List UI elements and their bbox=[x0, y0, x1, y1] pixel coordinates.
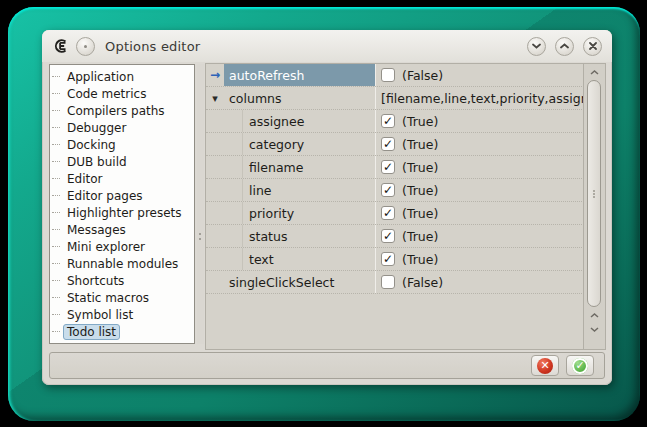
property-row-singleclickselect[interactable]: singleClickSelect (False) bbox=[206, 271, 584, 294]
window-controls bbox=[527, 37, 602, 56]
property-name[interactable]: text bbox=[242, 248, 375, 270]
sidebar-item-compilers-paths[interactable]: Compilers paths bbox=[50, 102, 194, 119]
scroll-down-button[interactable] bbox=[584, 322, 605, 336]
property-name[interactable]: line bbox=[242, 179, 375, 201]
row-gutter bbox=[206, 202, 224, 224]
property-name[interactable]: status bbox=[242, 225, 375, 247]
accept-button[interactable]: ✓ bbox=[566, 355, 594, 376]
sidebar-item-editor[interactable]: Editor bbox=[50, 170, 194, 187]
property-row-status[interactable]: status ✓ (True) bbox=[206, 225, 584, 248]
tree-line bbox=[52, 212, 60, 213]
category-tree: Application Code metrics Compilers paths… bbox=[49, 64, 195, 344]
scrollbar-thumb[interactable] bbox=[587, 80, 601, 307]
checkbox-checked[interactable]: ✓ bbox=[381, 160, 395, 174]
sidebar-item-editor-pages[interactable]: Editor pages bbox=[50, 187, 194, 204]
sidebar-item-highlighter-presets[interactable]: Highlighter presets bbox=[50, 204, 194, 221]
value-text: (True) bbox=[402, 160, 438, 175]
minimize-button[interactable] bbox=[527, 37, 546, 56]
property-row-filename[interactable]: filename ✓ (True) bbox=[206, 156, 584, 179]
value-text: (True) bbox=[402, 229, 438, 244]
property-value: (False) bbox=[375, 64, 584, 86]
sidebar-item-code-metrics[interactable]: Code metrics bbox=[50, 85, 194, 102]
value-text: (True) bbox=[402, 114, 438, 129]
close-icon bbox=[589, 42, 597, 50]
sidebar-item-shortcuts[interactable]: Shortcuts bbox=[50, 272, 194, 289]
tree-line bbox=[52, 195, 60, 196]
checkbox-checked[interactable]: ✓ bbox=[381, 229, 395, 243]
menu-dot-icon bbox=[84, 45, 87, 48]
value-text-editable[interactable]: [filename,line,text,priority,assigne bbox=[381, 91, 584, 106]
checkbox-unchecked[interactable] bbox=[381, 68, 395, 82]
property-name[interactable]: autoRefresh bbox=[224, 64, 375, 86]
checkbox-checked[interactable]: ✓ bbox=[381, 137, 395, 151]
maximize-button[interactable] bbox=[555, 37, 574, 56]
sidebar-item-symbol-list[interactable]: Symbol list bbox=[50, 306, 194, 323]
cancel-icon: ✕ bbox=[537, 358, 553, 374]
tree-line bbox=[52, 246, 60, 247]
collapse-chevron-icon[interactable]: ▾ bbox=[212, 92, 218, 105]
footer-bar: ✕ ✓ bbox=[49, 352, 605, 379]
checkbox-checked[interactable]: ✓ bbox=[381, 114, 395, 128]
close-button[interactable] bbox=[583, 37, 602, 56]
tree-line bbox=[52, 144, 60, 145]
tree-line bbox=[52, 93, 60, 94]
scroll-up-button-bottom[interactable] bbox=[584, 308, 605, 322]
property-name[interactable]: singleClickSelect bbox=[224, 271, 375, 293]
titlebar[interactable]: Options editor bbox=[42, 30, 612, 62]
property-row-category[interactable]: category ✓ (True) bbox=[206, 133, 584, 156]
sidebar-item-runnable-modules[interactable]: Runnable modules bbox=[50, 255, 194, 272]
property-name[interactable]: columns bbox=[224, 87, 375, 109]
property-row-text[interactable]: text ✓ (True) bbox=[206, 248, 584, 271]
options-editor-window: Options editor bbox=[42, 30, 612, 385]
sidebar-item-mini-explorer[interactable]: Mini explorer bbox=[50, 238, 194, 255]
property-row-priority[interactable]: priority ✓ (True) bbox=[206, 202, 584, 225]
row-gutter bbox=[206, 271, 224, 293]
property-row-autorefresh[interactable]: → autoRefresh (False) bbox=[206, 64, 584, 87]
tree-line bbox=[52, 229, 60, 230]
tree-line bbox=[52, 263, 60, 264]
checkbox-checked[interactable]: ✓ bbox=[381, 206, 395, 220]
current-row-arrow-icon: → bbox=[210, 68, 220, 82]
sidebar-item-messages[interactable]: Messages bbox=[50, 221, 194, 238]
window-title: Options editor bbox=[105, 39, 200, 54]
checkbox-checked[interactable]: ✓ bbox=[381, 252, 395, 266]
property-row-columns[interactable]: ▾ columns [filename,line,text,priority,a… bbox=[206, 87, 584, 110]
cancel-button[interactable]: ✕ bbox=[531, 355, 559, 376]
sidebar-item-static-macros[interactable]: Static macros bbox=[50, 289, 194, 306]
property-value: ✓ (True) bbox=[375, 156, 584, 178]
property-value: ✓ (True) bbox=[375, 110, 584, 132]
grid-vertical-scrollbar[interactable] bbox=[583, 64, 605, 349]
property-grid: → autoRefresh (False) ▾ columns [filenam… bbox=[205, 63, 606, 350]
chevron-up-icon bbox=[590, 313, 599, 318]
tree-line bbox=[52, 314, 60, 315]
property-name[interactable]: category bbox=[242, 133, 375, 155]
sidebar-item-debugger[interactable]: Debugger bbox=[50, 119, 194, 136]
sidebar-item-docking[interactable]: Docking bbox=[50, 136, 194, 153]
property-row-assignee[interactable]: assignee ✓ (True) bbox=[206, 110, 584, 133]
checkbox-unchecked[interactable] bbox=[381, 275, 395, 289]
chevron-up-icon bbox=[590, 70, 599, 75]
value-text: (False) bbox=[402, 275, 443, 290]
window-menu-button[interactable] bbox=[76, 37, 95, 56]
property-value: ✓ (True) bbox=[375, 248, 584, 270]
row-gutter: ▾ bbox=[206, 87, 224, 109]
value-text: (True) bbox=[402, 137, 438, 152]
property-name[interactable]: priority bbox=[242, 202, 375, 224]
checkbox-checked[interactable]: ✓ bbox=[381, 183, 395, 197]
row-gutter bbox=[206, 248, 224, 270]
app-logo-icon bbox=[52, 38, 70, 54]
chevron-up-icon bbox=[560, 43, 569, 49]
tree-line bbox=[52, 110, 60, 111]
sidebar-splitter[interactable] bbox=[197, 64, 204, 344]
property-name[interactable]: assignee bbox=[242, 110, 375, 132]
row-gutter: → bbox=[206, 64, 224, 86]
sidebar-item-todo-list[interactable]: Todo list bbox=[50, 323, 194, 340]
tree-line bbox=[52, 127, 60, 128]
sidebar-item-dub-build[interactable]: DUB build bbox=[50, 153, 194, 170]
property-name[interactable]: filename bbox=[242, 156, 375, 178]
property-row-line[interactable]: line ✓ (True) bbox=[206, 179, 584, 202]
scroll-up-button[interactable] bbox=[584, 65, 605, 79]
splitter-grip-icon bbox=[199, 233, 201, 235]
chevron-down-icon bbox=[590, 327, 599, 332]
sidebar-item-application[interactable]: Application bbox=[50, 68, 194, 85]
